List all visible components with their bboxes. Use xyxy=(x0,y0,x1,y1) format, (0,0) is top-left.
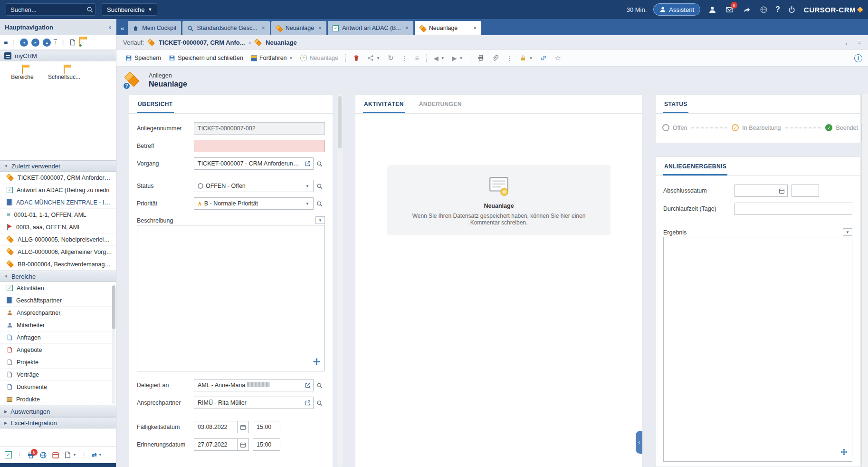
vorgang-field[interactable]: TICKET-0000007 - CRM Anforderung TICK... xyxy=(194,157,314,170)
scrollbar-thumb[interactable] xyxy=(112,285,115,329)
durchlaufzeit-field[interactable] xyxy=(734,203,852,215)
refresh-button[interactable]: ↻ xyxy=(384,52,397,64)
print-queue-button[interactable]: 8 xyxy=(27,451,35,459)
section-auswertungen[interactable]: ▶ Auswertungen xyxy=(0,406,116,417)
panel-expander[interactable]: ‹ xyxy=(636,431,642,454)
section-bereiche[interactable]: ▼ Bereiche xyxy=(0,271,116,282)
logout-button[interactable] xyxy=(787,4,797,15)
assistant-button[interactable]: Assistent xyxy=(653,3,700,16)
lookup-button[interactable] xyxy=(314,157,325,170)
lock-button[interactable]: ▼ xyxy=(516,52,536,64)
lookup-button[interactable] xyxy=(314,397,325,409)
sidebar-item-anfragen[interactable]: Anfragen xyxy=(0,331,116,344)
close-icon[interactable]: × xyxy=(262,25,265,31)
chevron-down-icon[interactable]: ▼ xyxy=(304,202,311,206)
reply-button[interactable] xyxy=(741,4,752,15)
sidebar-item-dokumente[interactable]: Dokumente xyxy=(0,381,116,393)
chevron-down-icon[interactable]: ▼ xyxy=(304,184,311,188)
delegiert-an-field[interactable]: AML - Anne-Maria xyxy=(194,379,314,391)
nav-up-circle-icon[interactable]: ▴ xyxy=(43,39,51,47)
menu-icon[interactable]: ≡ xyxy=(4,39,8,46)
list-item[interactable]: BB-0000004, Beschwerdemanagem xyxy=(0,258,116,271)
info-button[interactable]: i xyxy=(854,54,862,62)
window-scrollbar[interactable] xyxy=(861,94,868,467)
list-item[interactable]: ALLG-0000005, Nobelpreisverleihur xyxy=(0,234,116,246)
list-view-button[interactable]: ≡ xyxy=(411,52,422,64)
overview-scrollbar[interactable] xyxy=(337,94,343,467)
tab-mein-cockpit[interactable]: Mein Cockpit xyxy=(128,21,181,35)
mail-button[interactable]: 8 xyxy=(724,4,734,15)
history-back-icon[interactable]: ← xyxy=(844,39,851,47)
abschlusszeit-field[interactable] xyxy=(792,185,819,197)
section-excel-integration[interactable]: ▶ Excel-Integration xyxy=(0,417,116,428)
document-icon[interactable] xyxy=(69,39,76,46)
list-item[interactable]: 0003, aaa, OFFEN, AML xyxy=(0,221,116,234)
beschreibung-template-dropdown[interactable]: ▼ xyxy=(315,216,325,224)
user-button[interactable] xyxy=(707,4,717,15)
breadcrumb-item-neuanlage[interactable]: Neuanlage xyxy=(266,39,297,46)
anliegennummer-field[interactable] xyxy=(194,122,325,135)
section-mycrm[interactable]: myCRM xyxy=(0,50,116,61)
external-link-icon[interactable] xyxy=(305,382,311,389)
tasks-icon[interactable]: ✓ xyxy=(5,451,12,458)
calendar-button[interactable] xyxy=(776,185,788,197)
close-icon[interactable]: × xyxy=(318,25,322,31)
sync-button[interactable]: ⇄ ▼ xyxy=(92,451,102,458)
scroll-top-icon[interactable]: ↑ xyxy=(54,39,57,45)
nav-forward-button[interactable]: ▶ ▼ xyxy=(449,52,467,64)
share-button[interactable]: ▼ xyxy=(364,52,383,64)
attachment-button[interactable] xyxy=(488,52,502,64)
calendar-button[interactable] xyxy=(238,421,249,433)
nav-back-button[interactable]: ◀ ▼ xyxy=(430,52,448,64)
lookup-button[interactable] xyxy=(314,197,325,210)
sidebar-item-mitarbeiter[interactable]: Mitarbeiter xyxy=(0,319,116,331)
print-button[interactable] xyxy=(474,52,487,64)
tab-scroll-left-icon[interactable]: « xyxy=(118,25,126,35)
tab-uebersicht[interactable]: ÜBERSICHT xyxy=(137,95,174,113)
beschreibung-textarea[interactable] xyxy=(137,225,325,371)
favorite-button[interactable]: ☆ xyxy=(551,52,564,64)
sidebar-item-ansprechpartner[interactable]: Ansprechpartner xyxy=(0,307,116,319)
betreff-field[interactable] xyxy=(194,140,325,152)
faelligkeitszeit-field[interactable] xyxy=(253,421,280,433)
list-item[interactable]: ADAC MÜNCHEN ZENTRALE - INTE xyxy=(0,196,116,209)
section-recent[interactable]: ▼ Zuletzt verwendet xyxy=(0,160,116,172)
save-button[interactable]: Speichern xyxy=(122,52,164,64)
tab-anliegenergebnis[interactable]: ANLIEGENERGEBNIS xyxy=(663,157,727,175)
status-combobox[interactable]: OFFEN - Offen ▼ xyxy=(194,180,314,192)
sidebar-item-vertraege[interactable]: Verträge xyxy=(0,369,116,381)
ergebnis-textarea[interactable] xyxy=(663,237,852,462)
erinnerungsdatum-field[interactable] xyxy=(194,438,238,451)
delete-button[interactable] xyxy=(350,52,363,64)
close-icon[interactable]: × xyxy=(473,25,477,31)
erinnerungszeit-field[interactable] xyxy=(253,438,280,451)
tab-aktivitaeten[interactable]: AKTIVITÄTEN xyxy=(363,95,405,113)
sidebar-resize-strip[interactable] xyxy=(0,463,116,467)
breadcrumb-item-ticket[interactable]: TICKET-0000007, CRM Anfo... xyxy=(159,39,245,46)
tab-status[interactable]: STATUS xyxy=(663,95,688,113)
lookup-button[interactable] xyxy=(314,379,325,391)
external-link-icon[interactable] xyxy=(305,161,311,167)
tab-standardsuche[interactable]: Standardsuche Gesc... × xyxy=(182,21,269,35)
abschlussdatum-field[interactable] xyxy=(734,185,776,197)
close-icon[interactable]: × xyxy=(405,25,409,31)
help-button[interactable]: ? xyxy=(775,5,780,14)
nav-back-circle-icon[interactable]: ◂ xyxy=(20,39,28,47)
network-button[interactable] xyxy=(758,4,769,15)
sidebar-scrollbar[interactable] xyxy=(112,285,115,404)
folder-item-bereiche[interactable]: Bereiche xyxy=(5,67,40,80)
list-item[interactable]: ≡0001-01, 1-1, OFFEN, AML xyxy=(0,209,116,221)
list-item[interactable]: ALLG-0000006, Allgemeiner Vorgan xyxy=(0,246,116,258)
search-scope-dropdown[interactable]: Suchbereiche ▼ xyxy=(102,3,157,16)
list-item[interactable]: TICKET-0000007, CRM Anforderung xyxy=(0,172,116,184)
nav-forward-circle-icon[interactable]: ▸ xyxy=(31,39,39,47)
prioritaet-combobox[interactable]: ∧ B - Normale Priorität ▼ xyxy=(194,197,314,210)
tab-antwort-adac[interactable]: ✓ Antwort an ADAC (B... × xyxy=(328,21,413,35)
folder-item-schnellsuche[interactable]: Schnellsuc... xyxy=(47,67,82,80)
tab-list-icon[interactable]: ≡ xyxy=(858,39,861,47)
sidebar-item-produkte[interactable]: Produkte xyxy=(0,393,116,406)
list-item[interactable]: ✓Antwort an ADAC (Beitrag zu niedri xyxy=(0,184,116,196)
sidebar-collapse-icon[interactable]: ‹ xyxy=(109,23,111,31)
sidebar-item-aktivitaeten[interactable]: ✓Aktivitäten xyxy=(0,282,116,294)
world-icon[interactable] xyxy=(39,451,47,459)
